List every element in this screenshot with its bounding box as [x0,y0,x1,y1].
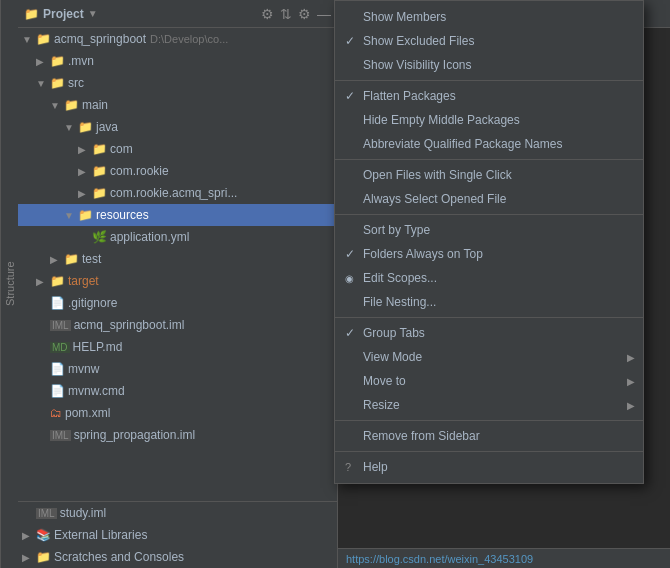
settings-icon[interactable]: ⚙ [298,6,311,22]
menu-item-group-tabs[interactable]: ✓ Group Tabs [335,321,643,345]
checkmark-icon: ✓ [345,247,355,261]
tree-arrow: ▶ [78,166,92,177]
menu-item-show-members[interactable]: Show Members [335,5,643,29]
menu-item-view-mode[interactable]: View Mode ▶ [335,345,643,369]
menu-divider [335,451,643,452]
tree-item-mvn[interactable]: ▶ 📁 .mvn [18,50,337,72]
menu-label: Remove from Sidebar [363,429,480,443]
structure-sidebar-bar[interactable]: Structure [0,0,18,568]
menu-item-open-single-click[interactable]: Open Files with Single Click [335,163,643,187]
menu-item-abbreviate[interactable]: Abbreviate Qualified Package Names [335,132,643,156]
tree-arrow: ▼ [64,210,78,221]
menu-item-move-to[interactable]: Move to ▶ [335,369,643,393]
menu-item-show-visibility[interactable]: Show Visibility Icons [335,53,643,77]
tree-arrow: ▶ [36,56,50,67]
file-icon: 📄 [50,384,65,398]
submenu-arrow-icon: ▶ [627,376,635,387]
tree-label: spring_propagation.iml [74,428,195,442]
tree-label: pom.xml [65,406,110,420]
tree-label: Scratches and Consoles [54,550,184,564]
menu-item-flatten-packages[interactable]: ✓ Flatten Packages [335,84,643,108]
menu-item-resize[interactable]: Resize ▶ [335,393,643,417]
context-menu: Show Members ✓ Show Excluded Files Show … [334,0,644,484]
file-tree: ▼ 📁 acmq_springboot D:\Develop\co... ▶ 📁… [18,28,337,501]
tree-item-study-iml[interactable]: ▶ IML study.iml [18,502,337,524]
tree-item-com-rookie[interactable]: ▶ 📁 com.rookie [18,160,337,182]
tree-arrow: ▶ [78,144,92,155]
menu-label: Flatten Packages [363,89,456,103]
minimize-icon[interactable]: — [317,6,331,22]
menu-item-folders-top[interactable]: ✓ Folders Always on Top [335,242,643,266]
tree-label: src [68,76,84,90]
study-iml-icon: IML [36,508,57,519]
tree-label: com [110,142,133,156]
tree-item-acmq-springboot[interactable]: ▼ 📁 acmq_springboot D:\Develop\co... [18,28,337,50]
tree-arrow: ▼ [50,100,64,111]
menu-label: Show Members [363,10,446,24]
tree-item-com-rookie-acmq[interactable]: ▶ 📁 com.rookie.acmq_spri... [18,182,337,204]
tree-label: main [82,98,108,112]
tree-label: mvnw [68,362,99,376]
menu-label: Help [363,460,388,474]
folder-icon: 📁 [50,54,65,68]
menu-item-file-nesting[interactable]: File Nesting... [335,290,643,314]
tree-item-help-md[interactable]: ▶ MD HELP.md [18,336,337,358]
menu-item-help[interactable]: ? Help [335,455,643,479]
file-icon: 📄 [50,362,65,376]
tree-item-com[interactable]: ▶ 📁 com [18,138,337,160]
menu-divider [335,317,643,318]
project-header: 📁 Project ▼ ⚙ ⇅ ⚙ — [18,0,337,28]
project-folder-icon: 📁 [24,7,39,21]
menu-label: Show Visibility Icons [363,58,472,72]
folder-icon: 📁 [92,186,107,200]
tree-item-spring-iml[interactable]: ▶ IML spring_propagation.iml [18,424,337,446]
tree-label: External Libraries [54,528,147,542]
md-icon: MD [50,342,70,353]
tree-arrow: ▶ [50,254,64,265]
folder-icon: 📁 [92,164,107,178]
folder-icon: 📁 [92,142,107,156]
tree-item-pom-xml[interactable]: ▶ 🗂 pom.xml [18,402,337,424]
tree-item-gitignore[interactable]: ▶ 📄 .gitignore [18,292,337,314]
menu-item-sort-by-type[interactable]: Sort by Type [335,218,643,242]
tree-item-mvnw-cmd[interactable]: ▶ 📄 mvnw.cmd [18,380,337,402]
tree-label: mvnw.cmd [68,384,125,398]
menu-item-hide-empty[interactable]: Hide Empty Middle Packages [335,108,643,132]
xml-icon: 🗂 [50,406,62,420]
tree-item-external-libs[interactable]: ▶ 📚 External Libraries [18,524,337,546]
tree-arrow: ▼ [64,122,78,133]
menu-item-show-excluded[interactable]: ✓ Show Excluded Files [335,29,643,53]
menu-label: Group Tabs [363,326,425,340]
tree-label: study.iml [60,506,106,520]
tree-item-src[interactable]: ▼ 📁 src [18,72,337,94]
folder-icon: 📁 [78,120,93,134]
tree-item-scratches[interactable]: ▶ 📁 Scratches and Consoles [18,546,337,568]
status-bar[interactable]: https://blog.csdn.net/weixin_43453109 [338,548,670,568]
tree-item-application-yml[interactable]: ▶ 🌿 application.yml [18,226,337,248]
menu-label: Resize [363,398,400,412]
tree-item-java[interactable]: ▼ 📁 java [18,116,337,138]
folder-icon: 📚 [36,528,51,542]
tree-item-test[interactable]: ▶ 📁 test [18,248,337,270]
tree-label: application.yml [110,230,189,244]
menu-item-always-select[interactable]: Always Select Opened File [335,187,643,211]
tree-label: resources [96,208,149,222]
menu-item-remove-sidebar[interactable]: Remove from Sidebar [335,424,643,448]
file-icon: 📄 [50,296,65,310]
tree-item-target[interactable]: ▶ 📁 target [18,270,337,292]
tree-item-acmq-iml[interactable]: ▶ IML acmq_springboot.iml [18,314,337,336]
header-icons: ⚙ ⇅ ⚙ — [261,6,331,22]
tree-item-mvnw[interactable]: ▶ 📄 mvnw [18,358,337,380]
tree-item-resources[interactable]: ▼ 📁 resources [18,204,337,226]
menu-label: Edit Scopes... [363,271,437,285]
menu-item-edit-scopes[interactable]: ◉ Edit Scopes... [335,266,643,290]
menu-label: Hide Empty Middle Packages [363,113,520,127]
gear-icon[interactable]: ⚙ [261,6,274,22]
tree-item-main[interactable]: ▼ 📁 main [18,94,337,116]
radio-icon: ◉ [345,273,354,284]
project-dropdown-arrow[interactable]: ▼ [88,8,98,19]
tree-arrow: ▶ [22,530,36,541]
sort-icon[interactable]: ⇅ [280,6,292,22]
tree-label: .mvn [68,54,94,68]
tree-label: HELP.md [73,340,123,354]
